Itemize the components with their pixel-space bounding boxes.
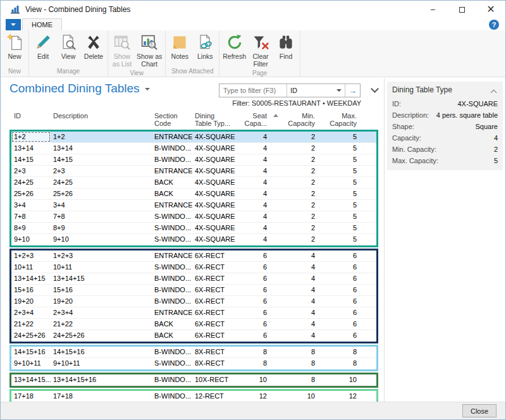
table-row[interactable]: 9+10+119+10+11S-WINDO...8X-RECT888 — [11, 358, 376, 369]
cell-seat[interactable]: 6 — [240, 262, 269, 273]
column-header-section[interactable]: Section Code — [152, 112, 192, 127]
chevron-up-icon[interactable] — [491, 89, 497, 94]
table-row[interactable]: 24+25+2624+25+26BACK6X-RECT646 — [11, 330, 376, 342]
cell-id[interactable]: 7+8 — [11, 211, 51, 222]
cell-max[interactable]: 5 — [318, 132, 359, 142]
cell-seat[interactable]: 6 — [240, 319, 269, 330]
table-row[interactable]: 15+1615+16B-WINDO...6X-RECT646 — [11, 285, 376, 296]
table-row[interactable]: 1+2+31+2+3ENTRANCE6X-RECT646 — [11, 250, 376, 262]
cell-min[interactable]: 8 — [269, 358, 318, 369]
column-header-type[interactable]: Dining Table Typ... — [192, 112, 240, 127]
cell-type[interactable]: 6X-RECT — [192, 307, 240, 318]
cell-description[interactable]: 24+25 — [51, 177, 152, 188]
table-row[interactable]: 13+14+15...13+14+15+16B-WINDO...10X-RECT… — [11, 374, 376, 386]
cell-max[interactable]: 5 — [318, 188, 359, 199]
cell-section[interactable]: ENTRANCE — [152, 132, 192, 142]
cell-max[interactable]: 5 — [318, 143, 359, 154]
cell-seat[interactable]: 6 — [240, 250, 269, 261]
cell-type[interactable]: 8X-RECT — [192, 347, 240, 357]
table-row[interactable]: 19+2019+20B-WINDO...6X-RECT646 — [11, 296, 376, 307]
factbox-header[interactable]: Dining Table Type — [387, 82, 503, 98]
table-row[interactable]: 13+14+1513+14+15B-WINDO...6X-RECT646 — [11, 273, 376, 285]
cell-type[interactable]: 6X-RECT — [192, 319, 240, 330]
cell-id[interactable]: 25+26 — [11, 188, 51, 199]
notes-button[interactable]: Notes — [167, 32, 192, 61]
cell-max[interactable]: 5 — [318, 177, 359, 188]
cell-seat[interactable]: 6 — [240, 307, 269, 318]
app-menu-button[interactable] — [6, 19, 21, 30]
maximize-button[interactable] — [447, 1, 476, 18]
cell-max[interactable]: 5 — [318, 154, 359, 165]
cell-type[interactable]: 4X-SQUARE — [192, 143, 240, 154]
cell-description[interactable]: 24+25+26 — [51, 330, 152, 342]
cell-description[interactable]: 1+2+3 — [51, 250, 152, 261]
table-row[interactable]: 3+43+4ENTRANCE4X-SQUARE425 — [11, 200, 376, 211]
cell-type[interactable]: 4X-SQUARE — [192, 188, 240, 199]
cell-type[interactable]: 6X-RECT — [192, 262, 240, 273]
cell-section[interactable]: B-WINDO... — [152, 143, 192, 154]
cell-id[interactable]: 14+15+16 — [11, 347, 51, 357]
cell-max[interactable]: 6 — [318, 285, 359, 295]
sort-ascending-icon[interactable] — [273, 114, 278, 117]
cell-seat[interactable]: 4 — [240, 200, 269, 211]
cell-description[interactable]: 14+15+16 — [51, 347, 152, 357]
cell-section[interactable]: B-WINDO... — [152, 273, 192, 284]
cell-section[interactable]: S-WINDO... — [152, 262, 192, 273]
cell-min[interactable]: 4 — [269, 296, 318, 307]
cell-id[interactable]: 8+9 — [11, 223, 51, 233]
links-button[interactable]: Links — [192, 32, 218, 61]
cell-seat[interactable]: 4 — [240, 166, 269, 176]
cell-description[interactable]: 13+14+15 — [51, 273, 152, 284]
table-row[interactable]: 7+87+8S-WINDO...4X-SQUARE425 — [11, 211, 376, 223]
cell-seat[interactable]: 4 — [240, 211, 269, 222]
cell-min[interactable]: 8 — [269, 374, 318, 386]
cell-type[interactable]: 4X-SQUARE — [192, 177, 240, 188]
cell-id[interactable]: 9+10+11 — [11, 358, 51, 369]
table-row[interactable]: 14+15+1614+15+16B-WINDO...8X-RECT888 — [11, 347, 376, 358]
cell-id[interactable]: 24+25+26 — [11, 330, 51, 342]
cell-section[interactable]: ENTRANCE — [152, 200, 192, 211]
cell-id[interactable]: 13+14 — [11, 143, 51, 154]
cell-max[interactable]: 5 — [318, 200, 359, 211]
filter-field-select[interactable]: ID — [287, 84, 345, 97]
cell-description[interactable]: 9+10+11 — [51, 358, 152, 369]
cell-section[interactable]: BACK — [152, 330, 192, 342]
cell-description[interactable]: 13+14+15+16 — [51, 374, 152, 386]
column-header-max[interactable]: Max. Capacity — [318, 112, 359, 127]
refresh-button[interactable]: Refresh — [221, 32, 248, 61]
cell-id[interactable]: 17+18 — [11, 391, 51, 402]
cell-min[interactable]: 4 — [269, 330, 318, 342]
table-row[interactable]: 8+98+9S-WINDO...4X-SQUARE425 — [11, 223, 376, 234]
cell-description[interactable]: 1+2 — [51, 132, 152, 142]
cell-section[interactable]: B-WINDO... — [152, 347, 192, 357]
cell-type[interactable]: 6X-RECT — [192, 273, 240, 284]
table-row[interactable]: 1+21+2ENTRANCE4X-SQUARE425 — [11, 132, 376, 143]
find-button[interactable]: Find — [273, 32, 299, 61]
cell-id[interactable]: 13+14+15... — [11, 374, 51, 386]
cell-seat[interactable]: 4 — [240, 223, 269, 233]
cell-seat[interactable]: 6 — [240, 285, 269, 295]
cell-max[interactable]: 5 — [318, 234, 359, 245]
cell-type[interactable]: 4X-SQUARE — [192, 154, 240, 165]
cell-section[interactable]: S-WINDO... — [152, 211, 192, 222]
cell-max[interactable]: 5 — [318, 211, 359, 222]
cell-min[interactable]: 2 — [269, 132, 318, 142]
cell-id[interactable]: 19+20 — [11, 296, 51, 307]
column-header-id[interactable]: ID — [11, 112, 51, 120]
table-row[interactable]: 13+1413+14B-WINDO...4X-SQUARE425 — [11, 143, 376, 154]
cell-type[interactable]: 4X-SQUARE — [192, 132, 240, 142]
cell-section[interactable]: ENTRANCE — [152, 166, 192, 176]
cell-id[interactable]: 15+16 — [11, 285, 51, 295]
cell-seat[interactable]: 4 — [240, 143, 269, 154]
cell-max[interactable]: 6 — [318, 250, 359, 261]
cell-max[interactable]: 6 — [318, 319, 359, 330]
cell-section[interactable]: BACK — [152, 319, 192, 330]
cell-max[interactable]: 6 — [318, 262, 359, 273]
cell-section[interactable]: B-WINDO... — [152, 296, 192, 307]
clear-filter-button[interactable]: Clear Filter — [248, 32, 273, 69]
cell-max[interactable]: 6 — [318, 307, 359, 318]
cell-id[interactable]: 2+3+4 — [11, 307, 51, 318]
cell-max[interactable]: 5 — [318, 223, 359, 233]
cell-min[interactable]: 4 — [269, 307, 318, 318]
cell-max[interactable]: 6 — [318, 273, 359, 284]
